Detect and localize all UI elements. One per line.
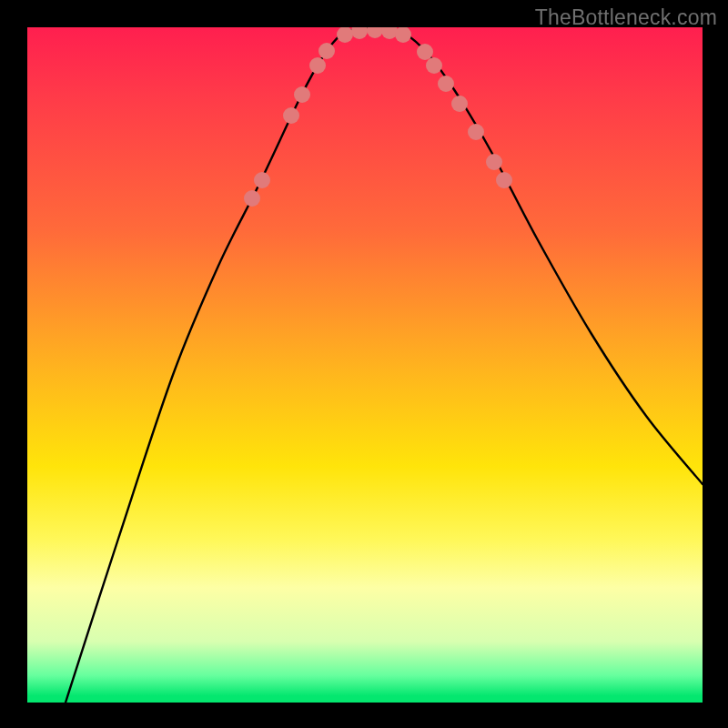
data-marker <box>318 43 335 59</box>
plot-area <box>27 27 703 703</box>
data-marker <box>496 172 512 188</box>
data-marker <box>395 27 411 43</box>
watermark-label: TheBottleneck.com <box>535 5 717 30</box>
data-marker <box>438 76 454 92</box>
data-marker <box>244 190 260 207</box>
data-marker <box>351 27 368 39</box>
chart-container: TheBottleneck.com <box>0 0 728 728</box>
data-marker <box>367 27 383 38</box>
bottleneck-curve <box>66 28 703 703</box>
data-marker <box>417 44 433 60</box>
data-marker <box>468 124 484 140</box>
data-marker <box>254 172 270 188</box>
data-marker <box>283 107 299 124</box>
data-marker <box>486 154 502 170</box>
data-marker <box>309 57 326 74</box>
data-marker <box>451 96 468 112</box>
data-marker <box>337 27 353 43</box>
chart-overlay <box>27 27 703 703</box>
data-marker <box>426 57 442 74</box>
data-marker <box>294 86 310 103</box>
